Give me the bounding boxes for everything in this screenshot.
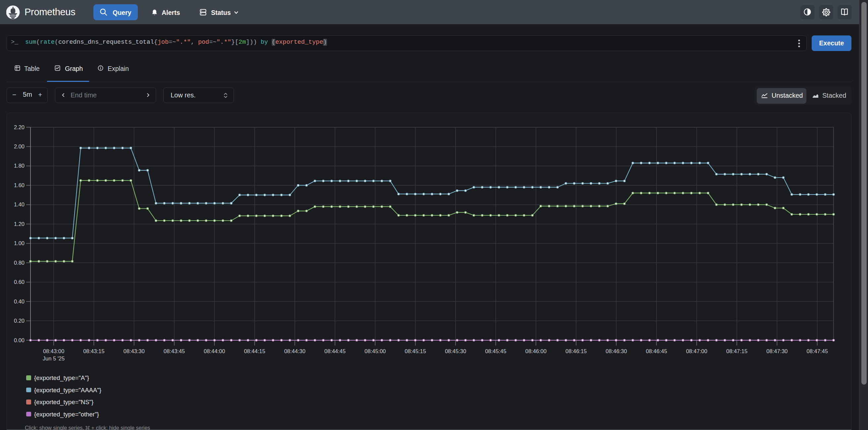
svg-text:08:46:15: 08:46:15: [565, 348, 587, 354]
svg-text:08:46:30: 08:46:30: [606, 348, 627, 354]
svg-text:08:43:15: 08:43:15: [83, 348, 104, 354]
svg-text:08:45:15: 08:45:15: [405, 348, 426, 354]
svg-text:08:46:00: 08:46:00: [525, 348, 546, 354]
svg-text:1.20: 1.20: [14, 221, 25, 227]
svg-text:08:44:15: 08:44:15: [244, 348, 265, 354]
svg-text:08:45:30: 08:45:30: [445, 348, 466, 354]
svg-text:08:44:30: 08:44:30: [284, 348, 306, 354]
svg-text:0.60: 0.60: [14, 279, 25, 285]
svg-text:1.80: 1.80: [14, 163, 25, 168]
svg-text:0.20: 0.20: [14, 318, 25, 324]
svg-text:08:43:30: 08:43:30: [123, 348, 145, 354]
svg-text:08:43:45: 08:43:45: [164, 348, 185, 354]
svg-text:2.20: 2.20: [14, 124, 25, 130]
svg-text:1.00: 1.00: [14, 240, 25, 246]
svg-text:08:45:00: 08:45:00: [365, 348, 385, 354]
svg-text:08:45:45: 08:45:45: [485, 348, 506, 354]
svg-text:1.40: 1.40: [14, 202, 25, 207]
svg-text:08:44:00: 08:44:00: [204, 348, 225, 354]
svg-text:0.40: 0.40: [14, 299, 25, 304]
svg-text:08:47:15: 08:47:15: [726, 348, 747, 354]
svg-text:08:44:45: 08:44:45: [324, 348, 345, 354]
svg-text:08:47:45: 08:47:45: [807, 348, 828, 354]
svg-text:08:43:00: 08:43:00: [43, 348, 64, 354]
svg-text:08:47:00: 08:47:00: [686, 348, 707, 354]
svg-text:Jun 5 '25: Jun 5 '25: [43, 356, 65, 362]
svg-text:08:47:30: 08:47:30: [766, 348, 787, 354]
svg-text:1.60: 1.60: [14, 182, 25, 188]
svg-text:08:46:45: 08:46:45: [646, 348, 667, 354]
svg-text:2.00: 2.00: [14, 144, 25, 149]
svg-text:0.00: 0.00: [14, 337, 25, 343]
svg-text:0.80: 0.80: [14, 260, 25, 266]
